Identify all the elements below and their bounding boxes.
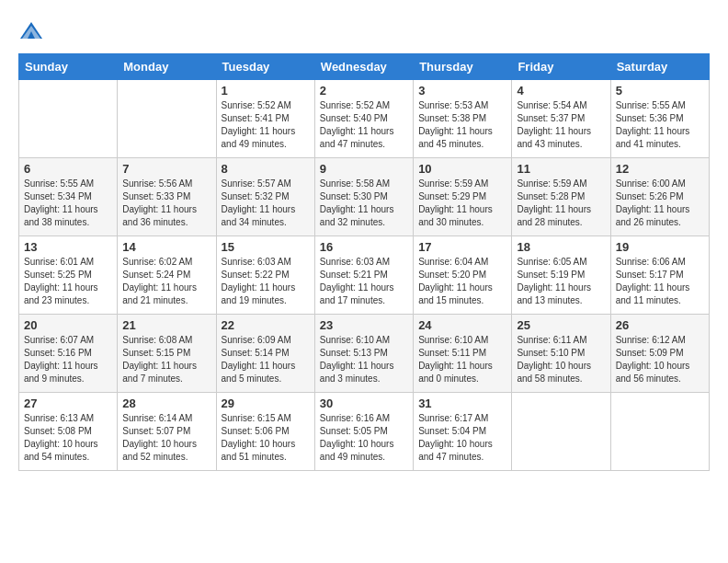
day-info: Sunrise: 5:52 AM Sunset: 5:40 PM Dayligh… xyxy=(320,99,408,151)
header-row: SundayMondayTuesdayWednesdayThursdayFrid… xyxy=(19,54,710,80)
calendar-cell: 30Sunrise: 6:16 AM Sunset: 5:05 PM Dayli… xyxy=(314,393,413,471)
header-day-sunday: Sunday xyxy=(19,54,118,80)
calendar-cell: 26Sunrise: 6:12 AM Sunset: 5:09 PM Dayli… xyxy=(610,315,709,393)
week-row-1: 6Sunrise: 5:55 AM Sunset: 5:34 PM Daylig… xyxy=(19,158,710,236)
day-number: 10 xyxy=(418,162,506,176)
day-number: 29 xyxy=(222,396,310,410)
day-info: Sunrise: 6:13 AM Sunset: 5:08 PM Dayligh… xyxy=(24,412,112,464)
calendar-cell: 11Sunrise: 5:59 AM Sunset: 5:28 PM Dayli… xyxy=(512,158,610,236)
calendar-cell: 8Sunrise: 5:57 AM Sunset: 5:32 PM Daylig… xyxy=(216,158,314,236)
day-number: 16 xyxy=(320,240,408,254)
day-info: Sunrise: 6:10 AM Sunset: 5:11 PM Dayligh… xyxy=(418,334,506,385)
day-info: Sunrise: 6:07 AM Sunset: 5:16 PM Dayligh… xyxy=(24,334,112,385)
calendar-table: SundayMondayTuesdayWednesdayThursdayFrid… xyxy=(18,53,710,471)
day-info: Sunrise: 6:16 AM Sunset: 5:05 PM Dayligh… xyxy=(320,412,408,464)
day-number: 3 xyxy=(418,84,506,98)
calendar-cell: 17Sunrise: 6:04 AM Sunset: 5:20 PM Dayli… xyxy=(414,236,512,315)
day-number: 9 xyxy=(320,162,408,176)
week-row-4: 27Sunrise: 6:13 AM Sunset: 5:08 PM Dayli… xyxy=(19,393,710,471)
calendar-header: SundayMondayTuesdayWednesdayThursdayFrid… xyxy=(19,54,710,80)
day-info: Sunrise: 5:54 AM Sunset: 5:37 PM Dayligh… xyxy=(517,99,605,151)
calendar-cell: 23Sunrise: 6:10 AM Sunset: 5:13 PM Dayli… xyxy=(314,315,413,393)
day-number: 13 xyxy=(24,240,112,254)
day-number: 6 xyxy=(24,162,112,176)
calendar-cell: 31Sunrise: 6:17 AM Sunset: 5:04 PM Dayli… xyxy=(414,393,512,471)
page-header xyxy=(18,18,710,44)
day-info: Sunrise: 6:15 AM Sunset: 5:06 PM Dayligh… xyxy=(222,412,310,464)
calendar-cell xyxy=(19,80,118,158)
day-info: Sunrise: 6:02 AM Sunset: 5:24 PM Dayligh… xyxy=(122,256,210,307)
calendar-cell: 9Sunrise: 5:58 AM Sunset: 5:30 PM Daylig… xyxy=(314,158,413,236)
calendar-cell: 28Sunrise: 6:14 AM Sunset: 5:07 PM Dayli… xyxy=(118,393,216,471)
day-number: 21 xyxy=(122,318,210,332)
header-day-monday: Monday xyxy=(118,54,216,80)
week-row-3: 20Sunrise: 6:07 AM Sunset: 5:16 PM Dayli… xyxy=(19,315,710,393)
day-info: Sunrise: 6:01 AM Sunset: 5:25 PM Dayligh… xyxy=(24,256,112,307)
header-day-wednesday: Wednesday xyxy=(314,54,413,80)
day-info: Sunrise: 5:56 AM Sunset: 5:33 PM Dayligh… xyxy=(122,178,210,229)
day-number: 15 xyxy=(222,240,310,254)
day-info: Sunrise: 5:53 AM Sunset: 5:38 PM Dayligh… xyxy=(418,99,506,151)
week-row-0: 1Sunrise: 5:52 AM Sunset: 5:41 PM Daylig… xyxy=(19,80,710,158)
day-number: 27 xyxy=(24,396,112,410)
calendar-cell: 15Sunrise: 6:03 AM Sunset: 5:22 PM Dayli… xyxy=(216,236,314,315)
day-number: 12 xyxy=(616,162,704,176)
calendar-cell: 12Sunrise: 6:00 AM Sunset: 5:26 PM Dayli… xyxy=(610,158,709,236)
day-number: 28 xyxy=(122,396,210,410)
day-info: Sunrise: 5:57 AM Sunset: 5:32 PM Dayligh… xyxy=(222,178,310,229)
day-info: Sunrise: 6:04 AM Sunset: 5:20 PM Dayligh… xyxy=(418,256,506,307)
day-info: Sunrise: 6:10 AM Sunset: 5:13 PM Dayligh… xyxy=(320,334,408,385)
week-row-2: 13Sunrise: 6:01 AM Sunset: 5:25 PM Dayli… xyxy=(19,236,710,315)
day-info: Sunrise: 5:55 AM Sunset: 5:34 PM Dayligh… xyxy=(24,178,112,229)
calendar-cell: 1Sunrise: 5:52 AM Sunset: 5:41 PM Daylig… xyxy=(216,80,314,158)
calendar-cell: 29Sunrise: 6:15 AM Sunset: 5:06 PM Dayli… xyxy=(216,393,314,471)
day-number: 25 xyxy=(517,318,605,332)
calendar-cell: 24Sunrise: 6:10 AM Sunset: 5:11 PM Dayli… xyxy=(414,315,512,393)
calendar-cell: 19Sunrise: 6:06 AM Sunset: 5:17 PM Dayli… xyxy=(610,236,709,315)
day-number: 31 xyxy=(418,396,506,410)
calendar-cell: 5Sunrise: 5:55 AM Sunset: 5:36 PM Daylig… xyxy=(610,80,709,158)
header-day-tuesday: Tuesday xyxy=(216,54,314,80)
logo-icon xyxy=(18,18,44,44)
day-number: 5 xyxy=(616,84,704,98)
calendar-cell: 16Sunrise: 6:03 AM Sunset: 5:21 PM Dayli… xyxy=(314,236,413,315)
header-day-saturday: Saturday xyxy=(610,54,709,80)
calendar-cell: 27Sunrise: 6:13 AM Sunset: 5:08 PM Dayli… xyxy=(19,393,118,471)
day-info: Sunrise: 6:08 AM Sunset: 5:15 PM Dayligh… xyxy=(122,334,210,385)
day-number: 1 xyxy=(222,84,310,98)
calendar-cell: 6Sunrise: 5:55 AM Sunset: 5:34 PM Daylig… xyxy=(19,158,118,236)
day-number: 23 xyxy=(320,318,408,332)
calendar-cell: 20Sunrise: 6:07 AM Sunset: 5:16 PM Dayli… xyxy=(19,315,118,393)
header-day-thursday: Thursday xyxy=(414,54,512,80)
day-info: Sunrise: 6:17 AM Sunset: 5:04 PM Dayligh… xyxy=(418,412,506,464)
day-info: Sunrise: 5:55 AM Sunset: 5:36 PM Dayligh… xyxy=(616,99,704,151)
calendar-cell: 3Sunrise: 5:53 AM Sunset: 5:38 PM Daylig… xyxy=(414,80,512,158)
calendar-cell: 4Sunrise: 5:54 AM Sunset: 5:37 PM Daylig… xyxy=(512,80,610,158)
day-number: 11 xyxy=(517,162,605,176)
day-info: Sunrise: 5:59 AM Sunset: 5:28 PM Dayligh… xyxy=(517,178,605,229)
calendar-cell xyxy=(118,80,216,158)
calendar-cell: 10Sunrise: 5:59 AM Sunset: 5:29 PM Dayli… xyxy=(414,158,512,236)
day-number: 7 xyxy=(122,162,210,176)
calendar-cell: 2Sunrise: 5:52 AM Sunset: 5:40 PM Daylig… xyxy=(314,80,413,158)
day-number: 14 xyxy=(122,240,210,254)
calendar-cell: 21Sunrise: 6:08 AM Sunset: 5:15 PM Dayli… xyxy=(118,315,216,393)
calendar-cell xyxy=(512,393,610,471)
day-number: 18 xyxy=(517,240,605,254)
day-number: 8 xyxy=(222,162,310,176)
logo xyxy=(18,18,48,44)
day-info: Sunrise: 6:09 AM Sunset: 5:14 PM Dayligh… xyxy=(222,334,310,385)
day-number: 17 xyxy=(418,240,506,254)
calendar-cell: 25Sunrise: 6:11 AM Sunset: 5:10 PM Dayli… xyxy=(512,315,610,393)
day-info: Sunrise: 6:12 AM Sunset: 5:09 PM Dayligh… xyxy=(616,334,704,385)
day-number: 22 xyxy=(222,318,310,332)
calendar-body: 1Sunrise: 5:52 AM Sunset: 5:41 PM Daylig… xyxy=(19,80,710,471)
day-info: Sunrise: 6:06 AM Sunset: 5:17 PM Dayligh… xyxy=(616,256,704,307)
day-info: Sunrise: 6:05 AM Sunset: 5:19 PM Dayligh… xyxy=(517,256,605,307)
day-info: Sunrise: 5:59 AM Sunset: 5:29 PM Dayligh… xyxy=(418,178,506,229)
day-info: Sunrise: 6:03 AM Sunset: 5:22 PM Dayligh… xyxy=(222,256,310,307)
calendar-cell: 22Sunrise: 6:09 AM Sunset: 5:14 PM Dayli… xyxy=(216,315,314,393)
calendar-cell: 14Sunrise: 6:02 AM Sunset: 5:24 PM Dayli… xyxy=(118,236,216,315)
calendar-cell xyxy=(610,393,709,471)
calendar-cell: 13Sunrise: 6:01 AM Sunset: 5:25 PM Dayli… xyxy=(19,236,118,315)
